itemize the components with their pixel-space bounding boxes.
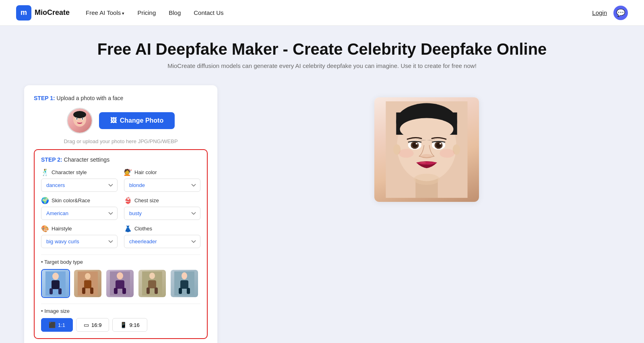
step1-label: STEP 1: Upload a photo with a face: [34, 95, 208, 101]
skin-color-icon: 🌍: [41, 197, 49, 204]
body-type-4[interactable]: [138, 269, 167, 298]
svg-rect-30: [187, 288, 190, 294]
avatar-circle: [67, 108, 93, 134]
size-1-1-icon: ⬛: [49, 322, 56, 328]
clothes-icon: 👗: [124, 225, 132, 232]
svg-rect-20: [122, 288, 126, 294]
svg-rect-19: [114, 288, 118, 294]
svg-point-22: [149, 273, 155, 279]
step1-num: STEP 1:: [34, 95, 55, 101]
svg-point-7: [52, 273, 59, 280]
nav-contact-us[interactable]: Contact Us: [194, 9, 223, 16]
discord-icon[interactable]: 💬: [613, 6, 628, 20]
change-photo-button[interactable]: 🖼 Change Photo: [99, 112, 175, 129]
hairstyle-label: 🎨 Hairstyle: [41, 225, 118, 232]
svg-rect-23: [148, 280, 156, 288]
main-content: STEP 1: Upload a photo with a face: [0, 77, 644, 343]
svg-point-46: [440, 143, 442, 144]
nav-right: Login 💬: [592, 6, 628, 20]
hero-section: Free AI Deepfake Maker - Create Celebrit…: [0, 26, 644, 77]
size-9-16-label: 9:16: [129, 322, 139, 328]
divider: [41, 255, 200, 255]
size-16-9-button[interactable]: ▭ 16:9: [76, 318, 109, 332]
character-style-group: 🕺 Character style dancers: [41, 168, 118, 192]
result-image-box: [374, 97, 479, 202]
svg-point-47: [421, 154, 433, 158]
size-9-16-button[interactable]: 📱 9:16: [112, 318, 147, 332]
upload-hint: Drag or upload your photo here JPG/PNG/W…: [64, 138, 178, 144]
hairstyle-icon: 🎨: [41, 225, 49, 232]
image-size-title: • Image size: [41, 308, 200, 314]
size-buttons: ⬛ 1:1 ▭ 16:9 📱 9:16: [41, 318, 200, 332]
divider2: [41, 304, 200, 304]
hair-color-group: 💇 Hair color blonde: [124, 168, 200, 192]
upload-row: 🖼 Change Photo: [67, 108, 175, 134]
nav-pricing[interactable]: Pricing: [137, 9, 156, 16]
svg-rect-15: [90, 288, 93, 294]
logo-icon: m: [16, 5, 31, 21]
character-style-select[interactable]: dancers: [41, 179, 118, 192]
svg-rect-24: [147, 288, 150, 294]
body-type-1[interactable]: [41, 269, 70, 298]
face-thumbnail-icon: [70, 111, 90, 131]
brand-name: MioCreate: [35, 8, 70, 17]
character-style-icon: 🕺: [41, 168, 49, 176]
svg-point-48: [399, 149, 414, 158]
hairstyle-select[interactable]: big wavy curls: [41, 235, 118, 248]
svg-point-49: [440, 149, 454, 158]
body-type-3-img: [110, 271, 130, 296]
svg-point-12: [85, 273, 91, 279]
step2-label: STEP 2: Character settings: [41, 156, 200, 163]
navbar: m MioCreate Free AI Tools Pricing Blog C…: [0, 0, 644, 26]
svg-rect-9: [50, 288, 53, 294]
chest-size-select[interactable]: busty: [124, 207, 200, 220]
svg-point-36: [400, 118, 454, 140]
size-16-9-label: 16:9: [91, 322, 101, 328]
result-face-svg: [382, 101, 471, 198]
body-type-5-img: [174, 271, 194, 296]
svg-rect-25: [155, 288, 158, 294]
svg-point-27: [182, 272, 187, 279]
svg-rect-13: [84, 280, 91, 288]
svg-rect-18: [116, 280, 124, 289]
nav-blog[interactable]: Blog: [169, 9, 181, 16]
clothes-group: 👗 Clothes cheerleader: [124, 225, 200, 248]
svg-point-45: [416, 143, 418, 144]
skin-color-select[interactable]: American: [41, 207, 118, 220]
svg-rect-29: [179, 288, 182, 294]
skin-color-label: 🌍 Skin color&Race: [41, 197, 118, 204]
svg-point-50: [420, 162, 426, 164]
svg-rect-28: [180, 280, 188, 289]
upload-area: 🖼 Change Photo Drag or upload your photo…: [34, 108, 208, 144]
chest-size-group: 👙 Chest size busty: [124, 197, 200, 220]
step2-num: STEP 2:: [41, 156, 62, 163]
svg-point-3: [76, 118, 77, 120]
size-1-1-button[interactable]: ⬛ 1:1: [41, 318, 73, 332]
body-types-row: [41, 269, 200, 298]
login-link[interactable]: Login: [592, 9, 607, 16]
body-type-2-img: [78, 271, 98, 296]
hairstyle-group: 🎨 Hairstyle big wavy curls: [41, 225, 118, 248]
chest-size-icon: 👙: [124, 197, 132, 204]
size-9-16-icon: 📱: [120, 322, 127, 328]
hair-color-select[interactable]: blonde: [124, 179, 200, 192]
svg-rect-14: [82, 288, 85, 294]
svg-rect-8: [52, 280, 60, 289]
clothes-select[interactable]: cheerleader: [124, 235, 200, 248]
step2-text: Character settings: [64, 156, 110, 163]
step2-box: STEP 2: Character settings 🕺 Character s…: [34, 149, 208, 339]
svg-point-51: [414, 174, 440, 185]
hero-subtitle: MioCreate diffusion models can generate …: [8, 62, 636, 69]
body-type-5[interactable]: [170, 269, 199, 298]
body-type-1-img: [45, 271, 66, 296]
size-1-1-label: 1:1: [58, 322, 65, 328]
svg-point-17: [117, 272, 123, 279]
step1-text: Upload a photo with a face: [57, 95, 124, 101]
svg-point-4: [82, 118, 83, 120]
body-type-2[interactable]: [73, 269, 102, 298]
chest-size-label: 👙 Chest size: [124, 197, 200, 204]
svg-point-5: [73, 111, 86, 118]
logo-area[interactable]: m MioCreate: [16, 5, 70, 21]
nav-free-ai-tools[interactable]: Free AI Tools: [86, 9, 124, 16]
body-type-3[interactable]: [105, 269, 134, 298]
